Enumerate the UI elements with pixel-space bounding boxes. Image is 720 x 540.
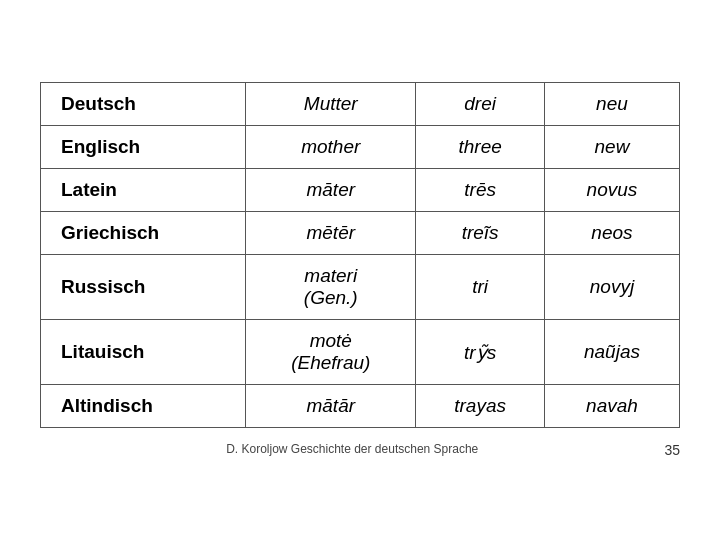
comparison-table: DeutschMutterdreineuEnglischmotherthreen… xyxy=(40,82,680,428)
cell-r6-c2: trayas xyxy=(416,385,545,428)
footer-citation: D. Koroljow Geschichte der deutschen Spr… xyxy=(40,442,664,458)
cell-r4-c1: materi(Gen.) xyxy=(246,255,416,320)
footer-page-number: 35 xyxy=(664,442,680,458)
table-row: Altindischmātārtrayasnavah xyxy=(41,385,680,428)
cell-r5-c0: Litauisch xyxy=(41,320,246,385)
cell-r1-c0: Englisch xyxy=(41,126,246,169)
cell-r4-c2: tri xyxy=(416,255,545,320)
table-row: Griechischmētērtreĩsneos xyxy=(41,212,680,255)
cell-r0-c3: neu xyxy=(544,83,679,126)
footer: D. Koroljow Geschichte der deutschen Spr… xyxy=(40,442,680,458)
table-row: Litauischmotė(Ehefrau)trỹsnaũjas xyxy=(41,320,680,385)
cell-r0-c0: Deutsch xyxy=(41,83,246,126)
cell-r2-c3: novus xyxy=(544,169,679,212)
cell-r6-c1: mātār xyxy=(246,385,416,428)
cell-r3-c2: treĩs xyxy=(416,212,545,255)
table-row: Lateinmātertrēsnovus xyxy=(41,169,680,212)
cell-r1-c3: new xyxy=(544,126,679,169)
cell-r0-c2: drei xyxy=(416,83,545,126)
table-row: Russischmateri(Gen.)trinovyj xyxy=(41,255,680,320)
cell-r5-c2: trỹs xyxy=(416,320,545,385)
table-row: Englischmotherthreenew xyxy=(41,126,680,169)
cell-r5-c3: naũjas xyxy=(544,320,679,385)
cell-r3-c1: mētēr xyxy=(246,212,416,255)
cell-r2-c0: Latein xyxy=(41,169,246,212)
table-row: DeutschMutterdreineu xyxy=(41,83,680,126)
cell-r3-c0: Griechisch xyxy=(41,212,246,255)
cell-r0-c1: Mutter xyxy=(246,83,416,126)
cell-r2-c1: māter xyxy=(246,169,416,212)
cell-r4-c3: novyj xyxy=(544,255,679,320)
cell-r1-c2: three xyxy=(416,126,545,169)
cell-r1-c1: mother xyxy=(246,126,416,169)
cell-r2-c2: trēs xyxy=(416,169,545,212)
cell-r4-c0: Russisch xyxy=(41,255,246,320)
cell-r6-c0: Altindisch xyxy=(41,385,246,428)
cell-r6-c3: navah xyxy=(544,385,679,428)
cell-r5-c1: motė(Ehefrau) xyxy=(246,320,416,385)
page-wrapper: DeutschMutterdreineuEnglischmotherthreen… xyxy=(20,82,700,458)
cell-r3-c3: neos xyxy=(544,212,679,255)
